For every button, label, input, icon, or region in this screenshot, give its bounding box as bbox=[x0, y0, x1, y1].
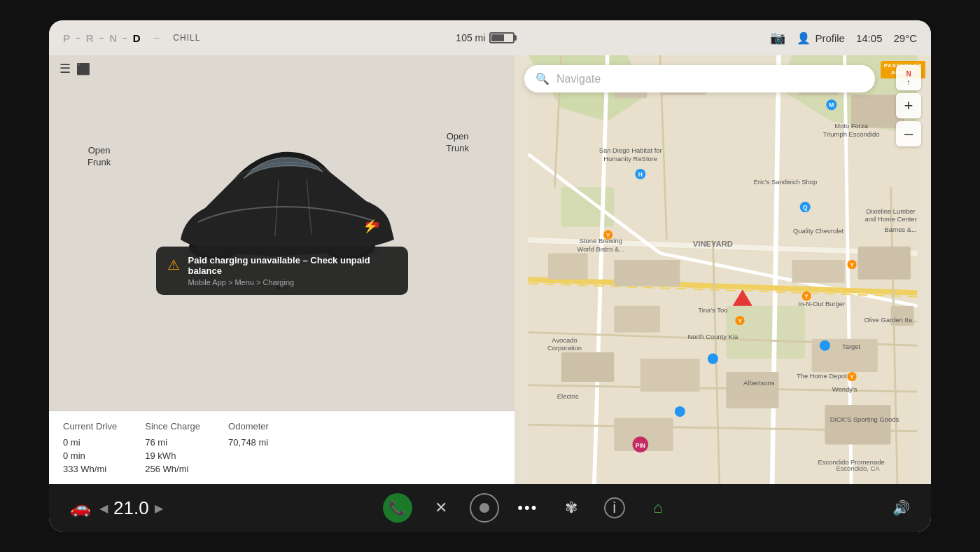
svg-text:Y: Y bbox=[850, 261, 854, 268]
phone-icon: 📞 bbox=[388, 499, 406, 516]
prnd-divider3: – bbox=[122, 33, 127, 43]
gear-p[interactable]: P bbox=[63, 32, 70, 44]
x-icon: ✕ bbox=[435, 499, 447, 517]
battery-icon bbox=[489, 32, 514, 43]
zoom-out-button[interactable]: – bbox=[896, 121, 921, 146]
svg-text:Y: Y bbox=[738, 317, 742, 324]
current-drive-time: 0 min bbox=[63, 450, 117, 461]
taskbar-right: 🔊 bbox=[892, 499, 910, 516]
drive-mode-badge: CHILL bbox=[173, 33, 200, 43]
svg-text:Target: Target bbox=[842, 343, 861, 350]
svg-text:M: M bbox=[829, 102, 834, 109]
prnd-selector[interactable]: P – R – N – D bbox=[63, 32, 141, 44]
svg-rect-36 bbox=[614, 260, 680, 287]
search-icon: 🔍 bbox=[536, 72, 550, 85]
profile-section[interactable]: 👤 Profile bbox=[797, 32, 845, 45]
svg-rect-13 bbox=[561, 187, 614, 226]
svg-rect-37 bbox=[614, 306, 660, 333]
current-drive-efficiency: 333 Wh/mi bbox=[63, 464, 117, 474]
more-dots-icon: ••• bbox=[517, 499, 538, 517]
fan-button[interactable]: ✾ bbox=[556, 493, 586, 523]
svg-text:DICK'S Sporting Goods: DICK'S Sporting Goods bbox=[830, 415, 899, 423]
speed-right-arrow[interactable]: ▶ bbox=[155, 502, 163, 515]
svg-text:Dixieline Lumber: Dixieline Lumber bbox=[867, 207, 916, 215]
cancel-button[interactable]: ✕ bbox=[426, 493, 456, 523]
svg-text:Stone Brewing: Stone Brewing bbox=[580, 237, 622, 244]
svg-text:Tina's Too: Tina's Too bbox=[698, 306, 727, 314]
battery-fill bbox=[491, 34, 504, 41]
speed-left-arrow[interactable]: ◀ bbox=[99, 502, 108, 515]
taskbar: 🚗 ◀ 21.0 ▶ 📞 ✕ bbox=[49, 484, 931, 532]
profile-label[interactable]: Profile bbox=[815, 32, 845, 44]
search-bar[interactable]: 🔍 Navigate bbox=[524, 65, 875, 92]
charging-bolt-icon: ⚡ bbox=[363, 219, 378, 234]
menu-sub-icon[interactable]: ⬛ bbox=[76, 62, 90, 76]
nav-home-button[interactable]: ⌂ bbox=[643, 493, 673, 523]
car-icon[interactable]: 🚗 bbox=[70, 498, 91, 518]
vehicle-panel: ☰ ⬛ Open Frunk OpenTrunk 🔓 bbox=[49, 55, 514, 484]
svg-rect-43 bbox=[640, 359, 700, 392]
svg-text:H: H bbox=[638, 171, 643, 178]
gear-r[interactable]: R bbox=[86, 32, 94, 44]
phone-button[interactable]: 📞 bbox=[383, 493, 412, 523]
home-inner-circle bbox=[479, 503, 489, 513]
search-placeholder[interactable]: Navigate bbox=[556, 73, 601, 85]
warning-triangle-icon: ⚠ bbox=[167, 256, 180, 273]
since-charge-label: Since Charge bbox=[145, 421, 200, 432]
zoom-in-button[interactable]: + bbox=[896, 93, 921, 118]
odometer-value: 70,748 mi bbox=[228, 437, 269, 448]
since-charge-kwh: 19 kWh bbox=[145, 450, 200, 461]
gear-mode-divider: – bbox=[155, 33, 160, 43]
info-button[interactable]: i bbox=[600, 493, 629, 523]
svg-text:In-N-Out Burger: In-N-Out Burger bbox=[798, 300, 845, 308]
map-background: M H Q Y Y Y bbox=[514, 55, 931, 484]
more-button[interactable]: ••• bbox=[513, 493, 542, 523]
menu-icon[interactable]: ☰ bbox=[59, 61, 71, 76]
camera-icon[interactable]: 📷 bbox=[770, 30, 785, 46]
time-display: 14:05 bbox=[856, 32, 883, 44]
since-charge-efficiency: 256 Wh/mi bbox=[145, 464, 200, 474]
svg-text:North County Kia: North County Kia bbox=[688, 333, 738, 340]
since-charge-miles: 76 mi bbox=[145, 437, 200, 448]
svg-rect-42 bbox=[561, 352, 614, 382]
gear-n[interactable]: N bbox=[109, 32, 117, 44]
current-drive-stats: Current Drive 0 mi 0 min 333 Wh/mi bbox=[63, 421, 117, 474]
odometer-label: Odometer bbox=[228, 421, 269, 432]
warning-subtitle: Mobile App > Menu > Charging bbox=[188, 278, 397, 287]
bezel: P – R – N – D – CHILL 105 mi bbox=[0, 0, 980, 552]
top-bar: P – R – N – D – CHILL 105 mi bbox=[49, 20, 931, 55]
fan-icon: ✾ bbox=[565, 499, 578, 517]
speed-display: ◀ 21.0 ▶ bbox=[99, 497, 163, 519]
svg-text:San Diego Habitat for: San Diego Habitat for bbox=[599, 146, 662, 154]
svg-text:Albertsons: Albertsons bbox=[743, 379, 775, 387]
map-panel[interactable]: M H Q Y Y Y bbox=[514, 55, 931, 484]
svg-text:Escondido, CA: Escondido, CA bbox=[836, 464, 880, 472]
prnd-divider2: – bbox=[99, 33, 104, 43]
warning-text: Paid charging unavailable – Check unpaid… bbox=[188, 255, 397, 287]
svg-rect-45 bbox=[825, 405, 890, 444]
svg-text:Eric's Sandwich Shop: Eric's Sandwich Shop bbox=[754, 178, 818, 186]
volume-icon[interactable]: 🔊 bbox=[892, 499, 910, 516]
current-drive-label: Current Drive bbox=[63, 421, 117, 432]
svg-text:World Bistro &...: World Bistro &... bbox=[577, 245, 624, 253]
prnd-divider1: – bbox=[76, 33, 80, 43]
svg-point-54 bbox=[820, 340, 830, 351]
svg-point-53 bbox=[708, 354, 718, 364]
screen: P – R – N – D – CHILL 105 mi bbox=[49, 20, 931, 532]
home-button[interactable] bbox=[470, 493, 499, 523]
compass-control[interactable]: N ↑ bbox=[896, 65, 921, 90]
svg-text:Wendy's: Wendy's bbox=[832, 385, 858, 393]
warning-title: Paid charging unavailable – Check unpaid… bbox=[188, 255, 397, 276]
svg-text:Q: Q bbox=[803, 204, 808, 211]
map-search[interactable]: 🔍 Navigate bbox=[524, 65, 875, 92]
svg-text:Corporation: Corporation bbox=[547, 344, 582, 352]
svg-text:and Home Center: and Home Center bbox=[864, 215, 916, 223]
svg-rect-44 bbox=[726, 372, 778, 408]
open-frunk-label[interactable]: Open Frunk bbox=[88, 145, 111, 169]
open-trunk-label[interactable]: OpenTrunk bbox=[446, 131, 469, 155]
warning-banner: ⚠ Paid charging unavailable – Check unpa… bbox=[156, 247, 408, 295]
battery-section: 105 mi bbox=[214, 32, 756, 43]
gear-d[interactable]: D bbox=[133, 32, 141, 44]
svg-point-55 bbox=[675, 406, 685, 417]
svg-text:Quality Chevrolet: Quality Chevrolet bbox=[793, 227, 844, 235]
